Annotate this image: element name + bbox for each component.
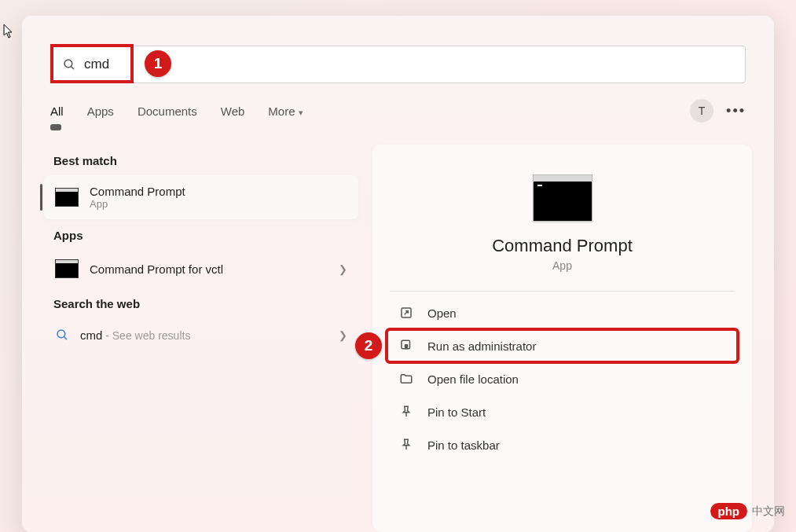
chevron-down-icon: ▾ <box>299 108 303 117</box>
tab-more[interactable]: More▾ <box>268 105 303 118</box>
detail-panel: Command Prompt App Open Run as administr… <box>372 145 752 532</box>
command-prompt-icon-large <box>533 174 592 222</box>
search-icon <box>62 57 76 72</box>
command-prompt-icon <box>55 188 79 207</box>
watermark: php 中文网 <box>710 503 786 519</box>
action-label: Open file location <box>427 372 519 386</box>
tab-all[interactable]: All <box>50 105 64 118</box>
result-subtitle: App <box>90 198 185 210</box>
action-open-file-location[interactable]: Open file location <box>390 364 735 394</box>
svg-line-1 <box>71 66 74 69</box>
section-search-web: Search the web <box>53 297 358 310</box>
section-best-match: Best match <box>53 154 358 167</box>
mouse-cursor-icon <box>3 24 14 43</box>
svg-line-3 <box>64 336 67 339</box>
action-open[interactable]: Open <box>390 298 735 328</box>
action-label: Pin to taskbar <box>427 438 500 452</box>
result-title: cmd - See web results <box>80 328 328 342</box>
tab-apps[interactable]: Apps <box>87 105 114 118</box>
detail-title: Command Prompt <box>372 236 752 256</box>
action-label: Open <box>427 306 457 320</box>
results-list: Best match Command Prompt App Apps Comma… <box>44 145 358 532</box>
annotation-badge-2: 2 <box>355 332 382 359</box>
detail-subtitle: App <box>372 259 752 272</box>
result-title: Command Prompt for vctl <box>90 262 328 276</box>
divider <box>390 291 735 292</box>
result-command-prompt-vctl[interactable]: Command Prompt for vctl ❯ <box>44 250 358 288</box>
search-input[interactable] <box>84 57 734 72</box>
search-icon <box>55 328 69 342</box>
action-label: Pin to Start <box>427 405 486 419</box>
result-command-prompt[interactable]: Command Prompt App <box>44 175 358 219</box>
user-avatar[interactable]: T <box>690 99 713 123</box>
svg-point-0 <box>64 60 72 68</box>
result-web-search[interactable]: cmd - See web results ❯ <box>44 318 358 351</box>
open-icon <box>399 306 413 320</box>
tab-documents[interactable]: Documents <box>138 105 197 118</box>
watermark-logo: php <box>710 503 748 519</box>
tab-web[interactable]: Web <box>221 105 245 118</box>
pin-icon <box>399 405 413 419</box>
action-pin-to-taskbar[interactable]: Pin to taskbar <box>390 430 735 460</box>
action-run-as-administrator[interactable]: Run as administrator <box>390 331 735 361</box>
folder-icon <box>399 372 413 386</box>
more-options-button[interactable]: ••• <box>726 103 746 119</box>
filter-tabs: All Apps Documents Web More▾ <box>50 105 303 118</box>
watermark-text: 中文网 <box>752 504 785 519</box>
action-pin-to-start[interactable]: Pin to Start <box>390 397 735 427</box>
admin-shield-icon <box>399 339 413 353</box>
start-search-window: 1 All Apps Documents Web More▾ T ••• Bes… <box>22 16 774 532</box>
chevron-right-icon: ❯ <box>339 263 347 275</box>
svg-point-2 <box>57 330 65 338</box>
pin-icon <box>399 438 413 452</box>
result-title: Command Prompt <box>90 185 185 198</box>
section-apps: Apps <box>53 229 358 242</box>
action-label: Run as administrator <box>427 339 536 353</box>
annotation-badge-1: 1 <box>145 50 171 77</box>
chevron-right-icon: ❯ <box>339 329 347 341</box>
command-prompt-icon <box>55 259 79 278</box>
